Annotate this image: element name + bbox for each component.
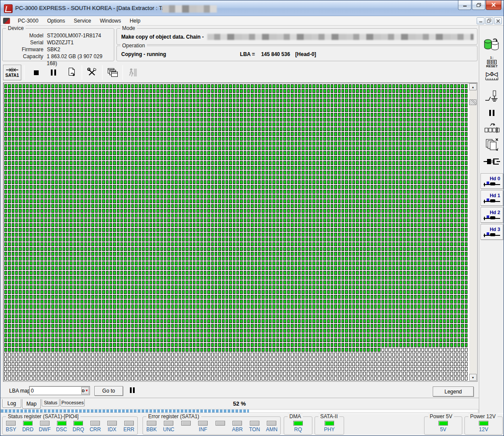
- save-report-button[interactable]: [64, 65, 79, 80]
- windows-stack-icon: [107, 67, 118, 78]
- menu-options[interactable]: Options: [43, 17, 69, 25]
- scrollbar-thumb[interactable]: [469, 99, 477, 105]
- sector-map-canvas[interactable]: [4, 84, 468, 381]
- operation-status: Copying - running: [121, 51, 166, 57]
- restore-button[interactable]: [472, 0, 485, 10]
- progress-percent-label: 52 %: [0, 400, 478, 407]
- terminal-circuit-button[interactable]: [479, 90, 504, 103]
- head-2-button[interactable]: Hd 2: [481, 207, 503, 223]
- sata2-legend: SATA-II: [318, 413, 339, 419]
- head-gauge-button[interactable]: ▷0◁: [479, 72, 504, 80]
- gauge-icon: ▷0◁: [486, 72, 497, 77]
- led-indicator: [90, 421, 100, 426]
- led-indicator: [57, 421, 66, 426]
- toolbar: SATA1: [0, 64, 478, 81]
- led-indicator: [325, 421, 334, 426]
- lba-map-label: LBA map: [9, 388, 30, 394]
- power5v-groupbox: Power 5V 5V: [424, 416, 462, 435]
- led-indicator: [198, 421, 208, 426]
- exit-task-button[interactable]: [126, 65, 140, 80]
- map-vertical-scrollbar[interactable]: ▲ ▼: [469, 83, 477, 381]
- scroll-down-button[interactable]: ▼: [469, 374, 477, 381]
- lba-map-bar: LBA map 0 D ▼ Go to Legend: [0, 384, 478, 398]
- minimize-button[interactable]: [458, 0, 471, 10]
- error-register-groupbox: Error register (SATA1) BBK UNC INF ABR T…: [143, 416, 281, 435]
- led-indicator: [23, 421, 33, 426]
- menu-windows[interactable]: Windows: [96, 17, 126, 25]
- error-register-legend: Error register (SATA1): [146, 413, 201, 419]
- dropdown-d-label: D: [82, 389, 85, 393]
- mdi-close-button[interactable]: [494, 17, 502, 24]
- tab-map[interactable]: Map: [22, 399, 41, 409]
- led-indicator: [479, 421, 488, 426]
- sector-chain-button[interactable]: [479, 123, 504, 135]
- toolbar-separator: [24, 65, 24, 80]
- tools-button[interactable]: [85, 65, 99, 80]
- led-indicator: [232, 421, 242, 426]
- pause-sidebar-button[interactable]: [479, 110, 504, 116]
- mdi-restore-button[interactable]: [485, 17, 493, 24]
- windows-list-button[interactable]: [105, 65, 120, 80]
- sata1-port-button[interactable]: SATA1: [3, 65, 21, 80]
- lba-input-value[interactable]: 0: [30, 388, 81, 394]
- status-register-groupbox: Status register (SATA1)-[PIO4] BSY DRD D…: [2, 416, 138, 435]
- led-dwf: DWF: [37, 421, 53, 432]
- close-button[interactable]: [486, 0, 501, 10]
- legend-button[interactable]: Legend: [433, 386, 474, 396]
- menu-help[interactable]: Help: [125, 17, 145, 25]
- dma-legend: DMA: [288, 413, 303, 419]
- led-bbk: BBK: [144, 421, 159, 432]
- pc3000-menu-icon: [3, 18, 10, 24]
- stop-icon: [34, 70, 39, 75]
- led-phy: PHY: [322, 421, 337, 432]
- led-indicator: [40, 421, 50, 426]
- power12v-groupbox: Power 12V 12V: [464, 416, 503, 435]
- lba-format-dropdown[interactable]: D ▼: [81, 387, 89, 394]
- exit-person-icon: [128, 67, 138, 78]
- goto-label: Go to: [102, 388, 115, 394]
- menu-service[interactable]: Service: [70, 17, 96, 25]
- device-field-model: Model ST2000LM007-1R8174: [5, 32, 114, 39]
- app-window: PC-3000 EXPRESS - SOUTH KOREA - [Data Ex…: [0, 0, 504, 436]
- led-indicator: [438, 421, 448, 426]
- reset-counter-button[interactable]: 1↓ 000 RESET: [479, 56, 504, 68]
- operation-legend: Operation: [120, 43, 147, 49]
- led-indicator: [181, 421, 191, 426]
- sata-port-icon: [6, 67, 19, 73]
- map-pause-indicator[interactable]: [130, 387, 135, 393]
- pause-button[interactable]: [46, 65, 61, 80]
- head-0-label: Hd 0: [490, 176, 500, 181]
- scroll-up-button[interactable]: ▲: [469, 83, 477, 90]
- mode-text: Make copy of object data. Chain -: [121, 34, 204, 40]
- head-1-button[interactable]: Hd 1: [481, 190, 503, 206]
- device-field-firmware: Firmware SBK2: [5, 46, 114, 53]
- lba-input[interactable]: 0 D ▼: [29, 386, 90, 395]
- lba-label: LBA =: [240, 51, 255, 57]
- goto-button[interactable]: Go to: [94, 386, 123, 396]
- mdi-window-controls: [477, 17, 502, 24]
- connector-icon: [483, 158, 501, 165]
- minimize-icon: [462, 3, 468, 7]
- dma-groupbox: DMA RQ: [284, 416, 312, 435]
- led-indicator: [73, 421, 83, 426]
- sector-map-panel: ▲ ▼: [3, 83, 477, 382]
- stop-button[interactable]: [29, 65, 43, 80]
- mdi-minimize-button[interactable]: [477, 17, 484, 24]
- close-windows-button[interactable]: [479, 138, 504, 152]
- led-indicator: [6, 421, 16, 426]
- menu-bar: PC-3000 Options Service Windows Help: [0, 16, 504, 26]
- connector-button[interactable]: [479, 158, 504, 165]
- head-0-button[interactable]: Hd 0: [481, 173, 503, 189]
- led-drq: DRQ: [70, 421, 86, 432]
- copy-object-data-button[interactable]: [479, 37, 504, 53]
- device-legend: Device: [6, 25, 26, 31]
- menu-pc3000[interactable]: PC-3000: [13, 17, 43, 25]
- head-3-button[interactable]: Hd 3: [481, 224, 503, 240]
- led-5v: 5V: [435, 421, 451, 432]
- mode-legend: Mode: [120, 25, 137, 31]
- right-toolbar: 1↓ 000 RESET ▷0◁: [479, 26, 504, 413]
- led-err: ERR: [121, 421, 137, 432]
- led-indicator: [293, 421, 303, 426]
- led-ton: TON: [247, 421, 262, 432]
- led-drd: DRD: [20, 421, 36, 432]
